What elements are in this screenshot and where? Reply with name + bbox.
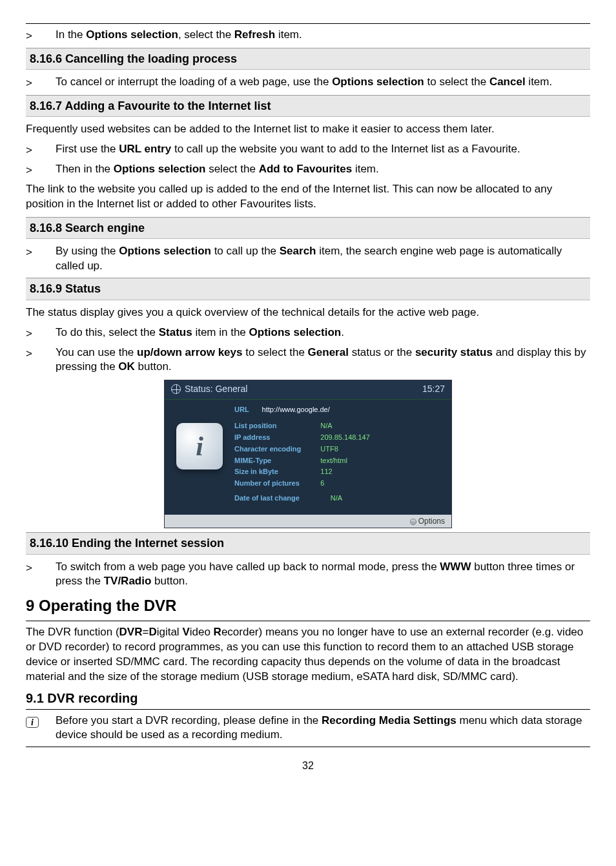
page-number: 32 [26, 759, 590, 773]
t: status or the [349, 346, 415, 358]
bold: OK [118, 360, 135, 373]
step-url-entry: > First use the URL entry to call up the… [26, 142, 590, 158]
t: Before you start a DVR recording, please… [56, 714, 322, 727]
info-icon-large: i [176, 423, 223, 469]
t: select the [205, 163, 258, 175]
heading-8-16-9: 8.16.9 Status [26, 278, 590, 300]
screenshot-details: URL http://www.google.de/ List position … [234, 405, 444, 503]
t: igital [157, 626, 183, 638]
bold: WWW [440, 561, 471, 573]
screenshot-clock: 15:27 [422, 383, 445, 395]
label-mime-type: MIME-Type [234, 456, 301, 466]
labels-col: List position IP address Character encod… [234, 421, 301, 488]
outro-8-16-7: The link to the website you called up is… [26, 182, 590, 212]
step-refresh: > In the Options selection, select the R… [26, 28, 590, 44]
label-char-encoding: Character encoding [234, 444, 301, 454]
options-dot-icon [410, 519, 416, 525]
t: . [341, 326, 344, 338]
url-value: http://www.google.de/ [262, 405, 330, 415]
bold: Status [159, 326, 192, 338]
heading-9-operating-dvr: 9 Operating the DVR [26, 595, 590, 616]
intro-8-16-9: The status display gives you a quick ove… [26, 305, 590, 320]
step-add-fav: > Then in the Options selection select t… [26, 162, 590, 178]
label-last-change: Date of last change [234, 493, 300, 503]
top-rule [26, 23, 590, 24]
step-text: You can use the up/down arrow keys to se… [56, 345, 590, 375]
intro-8-16-7: Frequently used websites can be added to… [26, 122, 590, 137]
status-screenshot: Status: General 15:27 i URL http://www.g… [164, 380, 452, 528]
bottom-rule [26, 747, 590, 747]
t: , select the [178, 28, 234, 41]
t: item in the [192, 326, 249, 338]
kv-block-2: Date of last change N/A [234, 493, 444, 503]
bold: Options selection [119, 245, 211, 257]
t: to call up the website you want to add t… [171, 143, 520, 155]
bold: Cancel [489, 76, 526, 88]
heading-8-16-6: 8.16.6 Cancelling the loading process [26, 48, 590, 70]
value-ip-address: 209.85.148.147 [320, 433, 369, 442]
screenshot-titlebar: Status: General 15:27 [165, 380, 451, 400]
t: The DVR function ( [26, 626, 119, 638]
url-label: URL [234, 405, 249, 415]
step-text: By using the Options selection to call u… [56, 244, 590, 274]
t: To cancel or interrupt the loading of a … [56, 76, 332, 88]
bullet-gt: > [26, 162, 56, 178]
info-text: Before you start a DVR recording, please… [56, 714, 590, 743]
bullet-gt: > [26, 28, 56, 44]
bullet-gt: > [26, 345, 56, 375]
title-left: Status: General [171, 383, 247, 395]
info-icon: i [26, 717, 39, 728]
bold: Add to Favourites [259, 163, 353, 175]
bold: URL entry [119, 143, 171, 155]
bold: security status [415, 346, 493, 358]
bullet-gt: > [26, 142, 56, 158]
step-text: Then in the Options selection select the… [56, 162, 590, 178]
t: to select the [242, 346, 307, 358]
bold: Options selection [249, 326, 342, 338]
bullet-gt: > [26, 75, 56, 91]
bullet-gt: > [26, 560, 56, 590]
heading-9-1-dvr-recording: 9.1 DVR recording [26, 690, 590, 710]
step-search: > By using the Options selection to call… [26, 244, 590, 274]
bold: Recording Media Settings [322, 714, 457, 727]
info-row: i Before you start a DVR recording, plea… [26, 714, 590, 743]
bold: TV/Radio [104, 575, 152, 587]
bullet-gt: > [26, 244, 56, 274]
t: By using the [56, 245, 119, 257]
step-text: To switch from a web page you have calle… [56, 560, 590, 590]
t: To switch from a web page you have calle… [56, 561, 440, 573]
bold: Options selection [114, 163, 206, 175]
step-text: To cancel or interrupt the loading of a … [56, 75, 590, 91]
values-col-2: N/A [331, 493, 342, 503]
kv-block-1: List position IP address Character encod… [234, 421, 444, 488]
bold: R [214, 626, 221, 638]
t: to select the [424, 76, 489, 88]
heading-8-16-10: 8.16.10 Ending the Internet session [26, 532, 590, 554]
value-mime-type: text/html [320, 456, 369, 466]
label-list-position: List position [234, 421, 301, 431]
globe-icon [171, 384, 181, 394]
value-size-kbyte: 112 [320, 467, 369, 477]
t: First use the [56, 143, 119, 155]
bold: Options selection [332, 76, 424, 88]
bold: V [182, 626, 189, 638]
bold: General [308, 346, 349, 358]
t: Then in the [56, 163, 114, 175]
bold: D [149, 626, 156, 638]
t: button. [135, 360, 172, 373]
bold: Search [280, 245, 316, 257]
bullet-gt: > [26, 325, 56, 342]
step-text: In the Options selection, select the Ref… [56, 28, 590, 44]
t: to call up the [211, 245, 280, 257]
heading-8-16-8: 8.16.8 Search engine [26, 217, 590, 239]
bold: Options selection [86, 28, 178, 41]
bold: Refresh [234, 28, 275, 41]
labels-col-2: Date of last change [234, 493, 300, 503]
t: item. [275, 28, 302, 41]
step-end-session: > To switch from a web page you have cal… [26, 560, 590, 590]
values-col: N/A 209.85.148.147 UTF8 text/html 112 6 [320, 421, 369, 488]
screenshot-footer: Options [165, 515, 451, 528]
value-last-change: N/A [331, 493, 342, 503]
t: You can use the [56, 346, 137, 358]
value-num-pictures: 6 [320, 479, 369, 488]
